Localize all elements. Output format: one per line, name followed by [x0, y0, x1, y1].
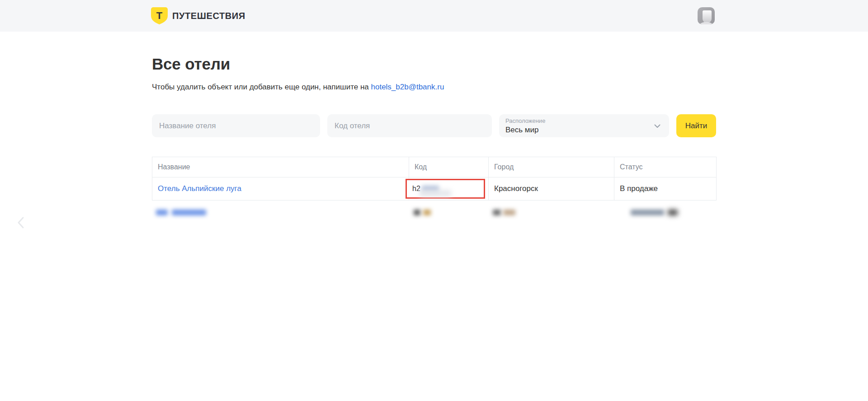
chevron-left-icon	[16, 216, 26, 229]
subtitle-text: Чтобы удалить объект или добавить еще од…	[152, 83, 369, 91]
redacted-status-smudge	[631, 210, 664, 215]
page-subtitle: Чтобы удалить объект или добавить еще од…	[152, 83, 716, 92]
support-email-link[interactable]: hotels_b2b@tbank.ru	[371, 83, 444, 91]
redacted-code-smudge-2	[420, 190, 451, 196]
svg-text:Т: Т	[156, 10, 163, 21]
column-header-status: Статус	[614, 157, 717, 177]
redacted-city-smudge	[493, 210, 501, 215]
hotel-name-cell: Отель Альпийские луга	[152, 177, 409, 200]
main-content: Все отели Чтобы удалить объект или добав…	[0, 55, 868, 224]
hotel-name-input[interactable]	[152, 114, 320, 137]
column-header-name: Название	[152, 157, 409, 177]
redacted-code-smudge	[423, 210, 431, 215]
filters-bar: Расположение Весь мир Найти	[152, 114, 716, 137]
redacted-name-smudge	[156, 210, 168, 215]
redacted-code-smudge	[414, 210, 420, 215]
redacted-status-smudge	[668, 210, 678, 215]
page-title: Все отели	[152, 55, 716, 73]
hotels-table: Название Код Город Статус Отель Альпийск…	[152, 157, 717, 200]
redacted-city-smudge	[503, 210, 515, 215]
table-row: Отель Альпийские луга h2 Красногорск В п…	[152, 177, 717, 200]
search-button[interactable]: Найти	[676, 114, 716, 137]
column-header-code: Код	[409, 157, 489, 177]
previous-page-chevron[interactable]	[15, 216, 27, 229]
table-header-row: Название Код Город Статус	[152, 157, 717, 177]
brand-logo[interactable]: Т ПУТЕШЕСТВИЯ	[151, 7, 245, 24]
location-select[interactable]: Расположение Весь мир	[499, 114, 669, 137]
chevron-down-icon	[653, 122, 661, 130]
column-header-city: Город	[489, 157, 614, 177]
hotel-name-link[interactable]: Отель Альпийские луга	[158, 184, 241, 193]
app-header: Т ПУТЕШЕСТВИЯ	[0, 0, 868, 32]
tbank-shield-icon: Т	[151, 7, 168, 24]
user-avatar[interactable]	[698, 7, 715, 24]
redacted-table-row	[152, 200, 716, 224]
brand-name: ПУТЕШЕСТВИЯ	[172, 11, 245, 21]
hotel-city-cell: Красногорск	[489, 177, 614, 200]
location-select-value: Весь мир	[505, 126, 649, 135]
hotel-code-cell: h2	[409, 177, 489, 200]
code-highlight-box: h2	[406, 179, 485, 199]
hotel-code-input[interactable]	[327, 114, 492, 137]
hotel-status-cell: В продаже	[614, 177, 717, 200]
location-select-label: Расположение	[505, 118, 649, 124]
redacted-name-smudge	[172, 210, 206, 215]
